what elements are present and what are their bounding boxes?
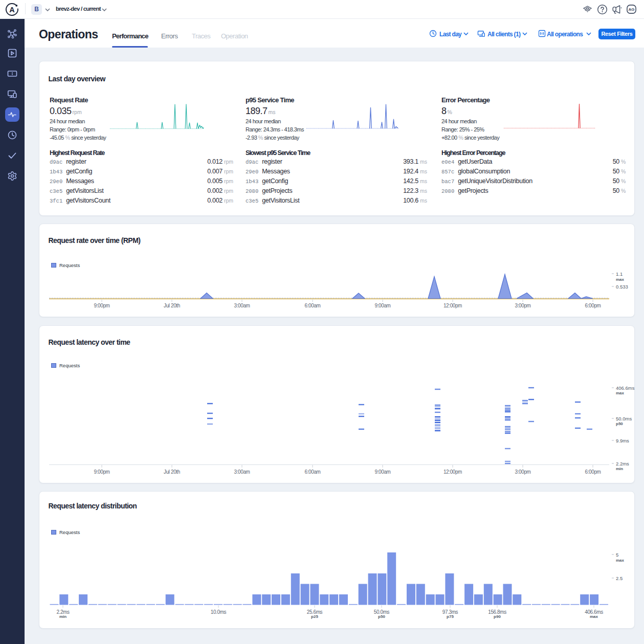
svg-text:156.8ms: 156.8ms	[488, 609, 506, 615]
svg-text:min: min	[59, 614, 66, 619]
svg-text:Jul 20th: Jul 20th	[164, 303, 180, 308]
svg-text:2.5: 2.5	[616, 575, 623, 581]
svg-text:p50: p50	[616, 421, 623, 426]
svg-text:0.533: 0.533	[616, 284, 628, 290]
svg-text:max: max	[616, 277, 625, 282]
svg-text:6:00pm: 6:00pm	[585, 469, 601, 475]
svg-text:50.0ms: 50.0ms	[616, 416, 632, 421]
svg-text:406.6ms: 406.6ms	[616, 385, 635, 391]
svg-text:min: min	[616, 467, 623, 471]
svg-text:9:00am: 9:00am	[375, 469, 391, 475]
svg-text:5: 5	[616, 552, 618, 558]
svg-text:2.2ms: 2.2ms	[56, 609, 70, 615]
svg-text:6:00pm: 6:00pm	[585, 303, 601, 308]
svg-text:A: A	[9, 6, 15, 14]
svg-text:9:00pm: 9:00pm	[94, 303, 110, 308]
svg-text:25.6ms: 25.6ms	[307, 609, 323, 615]
svg-text:12:00pm: 12:00pm	[443, 303, 462, 308]
svg-text:2.2ms: 2.2ms	[616, 461, 629, 467]
svg-text:3:00am: 3:00am	[234, 469, 250, 475]
svg-text:3:00pm: 3:00pm	[515, 303, 531, 308]
svg-text:3:00pm: 3:00pm	[515, 469, 531, 475]
svg-text:max: max	[616, 558, 625, 563]
svg-text:max: max	[590, 614, 598, 619]
svg-text:9:00pm: 9:00pm	[94, 469, 110, 475]
svg-text:p75: p75	[447, 614, 454, 619]
svg-text:12:00pm: 12:00pm	[443, 469, 462, 475]
svg-text:AG: AG	[629, 7, 635, 12]
svg-text:1.1: 1.1	[616, 271, 623, 277]
svg-text:p90: p90	[494, 614, 501, 619]
svg-text:3:00am: 3:00am	[234, 303, 250, 308]
svg-text:406.6ms: 406.6ms	[585, 609, 603, 615]
svg-text:max: max	[616, 391, 625, 395]
svg-text:9:00am: 9:00am	[375, 303, 391, 308]
svg-text:p25: p25	[311, 614, 318, 619]
svg-text:50.0ms: 50.0ms	[374, 609, 390, 615]
svg-text:6:00am: 6:00am	[305, 303, 321, 308]
svg-text:10.0ms: 10.0ms	[211, 609, 227, 615]
svg-text:Jul 20th: Jul 20th	[164, 469, 180, 475]
svg-text:p50: p50	[378, 614, 385, 619]
svg-text:6:00am: 6:00am	[305, 469, 321, 475]
svg-text:97.3ms: 97.3ms	[442, 609, 458, 615]
svg-text:9.9ms: 9.9ms	[616, 438, 629, 443]
